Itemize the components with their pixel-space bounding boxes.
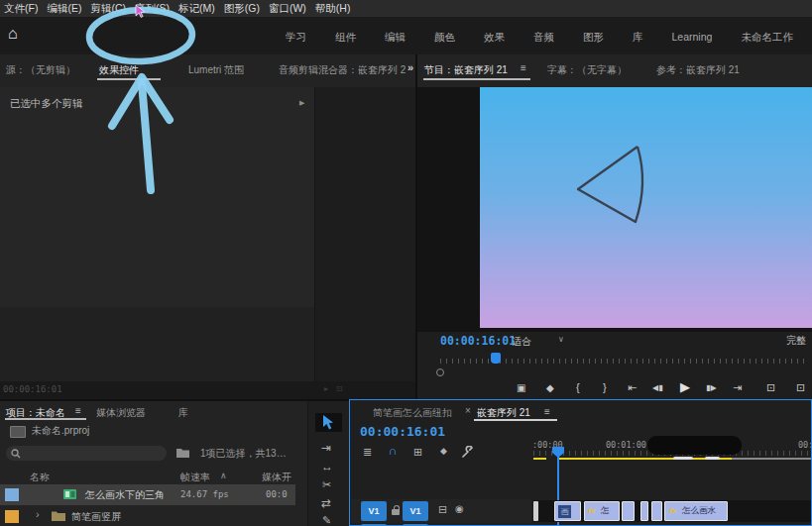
timeline-clip[interactable]: fx 怎么画水 xyxy=(664,501,728,521)
snap-icon[interactable]: ∩ xyxy=(389,444,398,458)
expander-icon[interactable]: › xyxy=(36,508,40,520)
menu-item-graphics[interactable]: 图形(G) xyxy=(224,2,260,16)
selection-tool[interactable] xyxy=(321,415,334,430)
export-icon[interactable]: ⊡ xyxy=(336,384,343,393)
wrench-icon[interactable] xyxy=(461,446,474,459)
track-lock-icon[interactable] xyxy=(392,509,400,515)
search-input[interactable] xyxy=(6,446,167,461)
go-to-in-icon[interactable]: ⇤ xyxy=(628,381,637,394)
scrubber-origin-circle[interactable] xyxy=(436,368,444,376)
sort-ascending-icon[interactable]: ∧ xyxy=(220,471,227,480)
play-button-icon[interactable]: ▶ xyxy=(680,379,690,394)
linked-selection-icon[interactable]: ⊞ xyxy=(413,446,422,459)
sync-lock-icon[interactable]: ⊟ xyxy=(438,503,447,516)
table-row-selected[interactable]: 怎么画水下的三角 24.67 fps 00:0 xyxy=(0,484,295,505)
timeline-tab-active[interactable]: 嵌套序列 21 xyxy=(477,406,530,420)
tab-source-monitor[interactable]: 源：（无剪辑） xyxy=(6,63,75,77)
tab-audio-clip-mixer[interactable]: 音频剪辑混合器：嵌套序列 21 xyxy=(279,63,406,77)
clip-name[interactable]: 怎么画水下的三角 xyxy=(85,488,165,502)
workspace-tab-audio[interactable]: 音频 xyxy=(533,31,554,45)
tab-effect-controls[interactable]: 效果控件 xyxy=(99,63,139,77)
folder-tree-icon[interactable] xyxy=(176,447,189,458)
add-marker-icon[interactable]: ◆ xyxy=(546,382,554,393)
timeline-clip[interactable] xyxy=(622,501,635,521)
timeline-clip[interactable] xyxy=(640,501,648,521)
timeline-tab-other[interactable]: 简笔画怎么画纽扣 xyxy=(373,406,452,420)
playback-resolution-select[interactable]: 完整 xyxy=(786,334,806,348)
clip-label: 怎 xyxy=(601,505,610,517)
selected-clips-status: 已选中多个剪辑 xyxy=(10,97,83,111)
lift-icon[interactable]: ⊡ xyxy=(766,381,775,394)
ripple-edit-tool[interactable]: ↔ xyxy=(321,460,333,473)
workspace-tab-assembly[interactable]: 组件 xyxy=(335,31,356,45)
chevron-down-icon[interactable]: ∨ xyxy=(558,335,564,344)
workspace-tab-editing[interactable]: 编辑 xyxy=(385,31,406,45)
go-to-out-icon[interactable]: ⇥ xyxy=(733,381,742,394)
menu-item-file[interactable]: 文件(F) xyxy=(4,2,38,16)
clip-label: 怎么画水 xyxy=(682,505,716,517)
effect-controls-lower xyxy=(0,307,315,381)
program-panel-menu-icon[interactable]: ≡ xyxy=(521,63,526,73)
menu-item-help[interactable]: 帮助(H) xyxy=(315,2,351,16)
workspace-tab-effects[interactable]: 效果 xyxy=(484,31,505,45)
source-v1-patch[interactable]: V1 xyxy=(403,501,428,521)
timeline-panel-menu-icon[interactable]: ≡ xyxy=(544,406,550,417)
program-timecode[interactable]: 00:00:16:01 xyxy=(440,334,516,348)
render-bar-white-segment xyxy=(673,457,693,460)
timeline-clip[interactable]: fx 怎 xyxy=(584,501,620,521)
tab-lumetri-scopes[interactable]: Lumetri 范围 xyxy=(188,63,244,77)
track-v1-target[interactable]: V1 xyxy=(361,501,387,521)
razor-tool[interactable]: ✂ xyxy=(322,478,331,491)
tab-media-browser[interactable]: 媒体浏览器 xyxy=(96,406,146,420)
nest-insert-icon[interactable]: ≣ xyxy=(363,446,372,459)
track-select-forward-tool[interactable]: ⇥ xyxy=(321,441,331,455)
clip-sliver[interactable] xyxy=(533,501,538,521)
column-header-name[interactable]: 名称 xyxy=(30,471,50,484)
workspace-tab-color[interactable]: 颜色 xyxy=(434,31,455,45)
column-header-mediastart[interactable]: 媒体开 xyxy=(262,471,291,484)
workspace-tab-study[interactable]: 学习 xyxy=(286,31,306,45)
play-icon[interactable]: ▸ xyxy=(324,384,328,393)
zoom-level-select[interactable]: 适合 xyxy=(512,335,531,349)
menu-item-edit[interactable]: 编辑(E) xyxy=(47,2,81,16)
timeline-clip[interactable] xyxy=(651,501,662,521)
menu-item-window[interactable]: 窗口(W) xyxy=(269,2,306,16)
project-panel-menu-icon[interactable]: ≡ xyxy=(75,406,81,416)
bin-name[interactable]: 简笔画竖屏 xyxy=(71,510,121,524)
timeline-timecode[interactable]: 00:00:16:01 xyxy=(360,424,445,439)
tab-overflow-icon[interactable]: » xyxy=(407,61,413,73)
workspace-tab-libraries[interactable]: 库 xyxy=(633,31,643,45)
tab-program-monitor[interactable]: 节目：嵌套序列 21 xyxy=(424,63,508,77)
render-bar-gray xyxy=(732,458,812,460)
pen-tool[interactable]: ✎ xyxy=(322,514,331,526)
column-header-framerate[interactable]: 帧速率 xyxy=(180,471,210,484)
workspace-tab-graphics[interactable]: 图形 xyxy=(583,31,604,45)
home-icon[interactable]: ⌂ xyxy=(8,25,18,43)
expand-arrow-icon[interactable]: ▶ xyxy=(299,99,304,107)
project-file-name[interactable]: 未命名.prproj xyxy=(32,424,89,438)
label-color-chip[interactable] xyxy=(5,488,19,501)
menu-item-clip[interactable]: 剪辑(C) xyxy=(90,2,126,16)
table-row[interactable]: › 简笔画竖屏 xyxy=(0,506,295,526)
slip-tool[interactable]: ⇄ xyxy=(321,496,331,510)
track-output-eye-icon[interactable]: ◉ xyxy=(455,503,464,514)
mark-in-icon[interactable]: { xyxy=(576,381,580,393)
close-icon[interactable]: × xyxy=(465,405,471,416)
workspace-tab-learning[interactable]: Learning xyxy=(672,31,713,45)
mark-out-icon[interactable]: } xyxy=(603,381,607,393)
tab-project-underline xyxy=(5,418,86,420)
label-color-chip[interactable] xyxy=(5,510,19,523)
extract-icon[interactable]: ⊡ xyxy=(796,381,805,394)
workspace-tab-unnamed-workspace[interactable]: 未命名工作 xyxy=(741,31,793,45)
clip-framerate: 24.67 fps xyxy=(180,489,229,499)
step-back-icon[interactable]: ◀▮ xyxy=(652,383,663,392)
timeline-clip[interactable]: 画 xyxy=(554,501,581,521)
tab-libraries[interactable]: 库 xyxy=(178,406,188,420)
marker-icon[interactable]: ◆ xyxy=(440,446,447,456)
export-frame-icon[interactable]: ▣ xyxy=(517,382,525,393)
tab-captions[interactable]: 字幕：（无字幕） xyxy=(547,63,627,77)
menu-item-markers[interactable]: 标记(M) xyxy=(178,2,215,16)
tab-reference-monitor[interactable]: 参考：嵌套序列 21 xyxy=(656,63,740,77)
step-forward-icon[interactable]: ▮▶ xyxy=(706,383,717,392)
program-playhead-handle[interactable] xyxy=(491,353,501,364)
